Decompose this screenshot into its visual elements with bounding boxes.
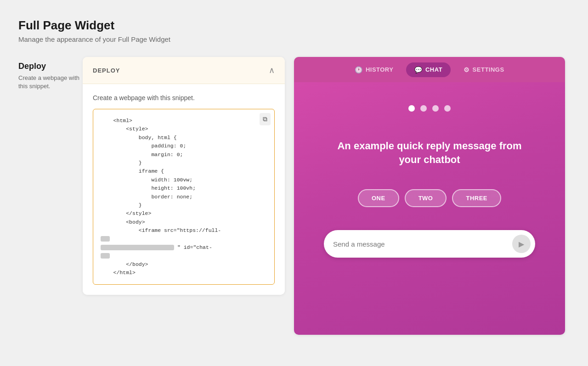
dot-4: [444, 105, 451, 112]
page-header: Full Page Widget Manage the appearance o…: [18, 18, 570, 43]
quick-reply-one[interactable]: ONE: [358, 189, 399, 207]
tab-settings-label: SETTINGS: [473, 66, 504, 73]
code-box: ⧉ <html> <style> body, html { padding: 0…: [93, 109, 275, 285]
page-title: Full Page Widget: [18, 18, 570, 33]
history-icon: 🕐: [355, 66, 363, 73]
message-input-area: ▶: [324, 230, 535, 258]
sidebar-description: Create a webpage with this snippet.: [18, 74, 83, 90]
preview-body: An example quick reply message from your…: [294, 82, 565, 335]
dot-3: [432, 105, 439, 112]
tab-chat-label: CHAT: [425, 66, 442, 73]
deploy-body: Create a webpage with this snippet. ⧉ <h…: [83, 84, 285, 295]
chat-icon: 💬: [414, 66, 423, 73]
tab-settings[interactable]: ⚙ SETTINGS: [455, 62, 513, 77]
preview-nav: 🕐 HISTORY 💬 CHAT ⚙ SETTINGS: [294, 57, 565, 82]
quick-reply-three[interactable]: THREE: [452, 189, 501, 207]
dot-2: [420, 105, 427, 112]
tab-chat[interactable]: 💬 CHAT: [406, 62, 451, 77]
quick-reply-message: An example quick reply message from your…: [333, 139, 526, 166]
message-input[interactable]: [333, 240, 512, 248]
sidebar: Deploy Create a webpage with this snippe…: [18, 57, 83, 90]
dots-row: [408, 105, 451, 112]
deploy-label: DEPLOY: [93, 67, 120, 74]
quick-reply-buttons: ONE TWO THREE: [358, 189, 501, 207]
deploy-panel: DEPLOY ∧ Create a webpage with this snip…: [83, 57, 285, 295]
settings-icon: ⚙: [464, 66, 470, 73]
deploy-description: Create a webpage with this snippet.: [93, 94, 275, 101]
content-area: Deploy Create a webpage with this snippe…: [18, 57, 570, 335]
send-icon: ▶: [519, 240, 524, 248]
code-content: <html> <style> body, html { padding: 0; …: [93, 109, 274, 284]
copy-button[interactable]: ⧉: [260, 113, 271, 125]
quick-reply-two[interactable]: TWO: [405, 189, 447, 207]
tab-history-label: HISTORY: [366, 66, 394, 73]
sidebar-title: Deploy: [18, 62, 83, 71]
dot-1: [408, 105, 415, 112]
tab-history[interactable]: 🕐 HISTORY: [346, 62, 401, 77]
deploy-chevron-icon[interactable]: ∧: [269, 65, 275, 75]
send-button[interactable]: ▶: [512, 235, 531, 253]
page-subtitle: Manage the appearance of your Full Page …: [18, 35, 570, 43]
preview-panel: 🕐 HISTORY 💬 CHAT ⚙ SETTINGS An example q…: [294, 57, 565, 335]
deploy-header: DEPLOY ∧: [83, 57, 285, 84]
